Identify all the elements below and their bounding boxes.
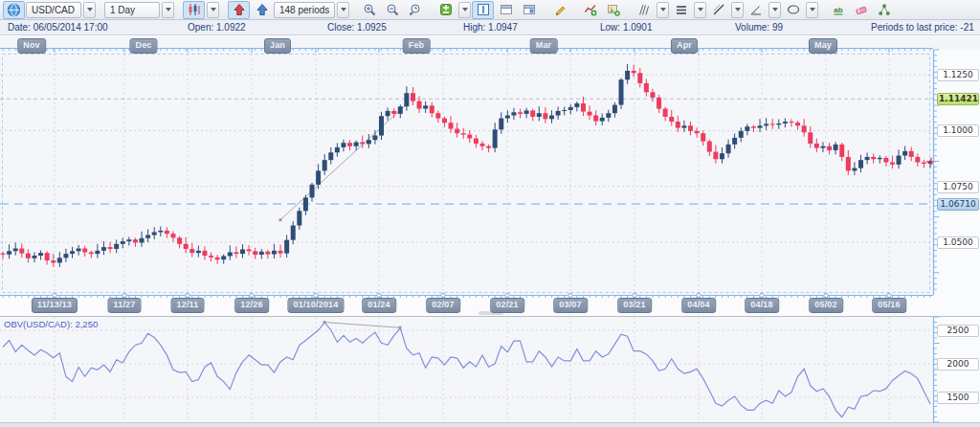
ellipse-tool-arrow[interactable] [806,2,818,18]
chart-canvas[interactable] [0,36,980,427]
ellipse-tool-button[interactable] [782,1,804,19]
info-volume: Volume: 99 [735,22,871,33]
chart-plus-icon [584,3,597,16]
globe-icon [7,3,21,17]
chevron-down-icon [772,8,778,11]
pitchfork-tool-arrow[interactable] [657,2,669,18]
info-low: Low: 1.0901 [600,22,735,33]
trendline-icon [712,3,725,16]
indicators-button[interactable]: I [472,1,494,19]
pitchfork-icon [637,3,651,16]
horizontal-lines-icon [675,3,688,16]
pencil-icon [553,3,567,16]
hline-tool-button[interactable] [670,1,692,19]
periods-value: 148 periods [279,5,329,15]
info-periods-to-last-price: Periods to last price: -21 [871,22,974,33]
chevron-down-icon [166,8,171,11]
red-up-arrow-icon [233,3,246,16]
text-abc-icon: ab [832,3,845,16]
add-remove-series-button[interactable] [434,1,457,19]
info-high: High: 1.0947 [463,22,600,33]
info-date: Date: 06/05/2014 17:00 [8,22,188,33]
chevron-down-icon [735,8,741,11]
add-image-button[interactable] [602,1,624,19]
object-tree-button[interactable] [873,1,895,19]
trendline-tool-button[interactable] [707,1,729,19]
add-remove-series-arrow[interactable] [458,2,471,18]
text-tool-button[interactable]: ab [827,1,849,19]
blue-up-arrow-icon [256,3,269,16]
window-icon [500,3,513,16]
symbol-select-arrow[interactable] [83,2,96,18]
periods-select[interactable]: 148 periods [274,2,335,18]
draw-pencil-button[interactable] [548,1,570,19]
candlestick-chart-icon [188,3,201,16]
image-plus-icon [607,3,620,16]
info-open: Open: 1.0922 [188,22,327,33]
toolbar: USD/CAD 1 Day 148 per [0,0,980,20]
window-dock-icon [523,3,536,16]
chart-type-arrow[interactable] [207,2,219,18]
angle-tool-button[interactable] [745,1,767,19]
eraser-icon [855,3,868,16]
zoom-out-button[interactable] [381,1,403,19]
chevron-down-icon [341,8,346,11]
trendline-tool-arrow[interactable] [731,2,744,18]
ohlc-infobar: Date: 06/05/2014 17:00 Open: 1.0922 Clos… [0,20,980,35]
angle-tool-arrow[interactable] [768,2,781,18]
symbol-select[interactable]: USD/CAD [26,2,81,18]
trading-app-window: USD/CAD 1 Day 148 per [0,0,980,427]
chevron-down-icon [660,8,666,11]
hline-tool-arrow[interactable] [694,2,706,18]
panel-splitter-handle[interactable] [479,311,503,315]
zoom-range-button[interactable] [404,1,426,19]
svg-text:I: I [481,5,484,15]
timeframe-select-arrow[interactable] [162,2,174,18]
scroll-left-button[interactable] [228,1,250,19]
hierarchy-tree-icon [878,3,891,16]
eraser-tool-button[interactable] [850,1,872,19]
chevron-down-icon [462,8,468,11]
svg-text:ab: ab [834,6,842,14]
chevron-down-icon [698,8,703,11]
zoom-range-icon [409,3,422,16]
indicator-i-icon: I [477,3,490,16]
scroll-right-button[interactable] [251,1,273,19]
ellipse-icon [787,3,800,16]
dock-panel-button[interactable] [518,1,540,19]
chevron-down-icon [810,8,815,11]
add-chart-button[interactable] [579,1,601,19]
green-plus-minus-icon [439,3,453,16]
chart-type-button[interactable] [183,1,205,19]
zoom-in-icon [363,3,376,16]
chevron-down-icon [87,8,93,11]
pitchfork-tool-button[interactable] [633,1,655,19]
info-close: Close: 1.0925 [327,22,463,33]
periods-select-arrow[interactable] [337,2,349,18]
zoom-in-button[interactable] [358,1,380,19]
chevron-down-icon [211,8,216,11]
timeframe-select[interactable]: 1 Day [104,2,160,18]
globe-button[interactable] [3,1,25,19]
angle-icon [749,3,763,16]
new-panel-button[interactable] [495,1,517,19]
timeframe-value: 1 Day [110,5,154,15]
zoom-out-icon [386,3,399,16]
symbol-value: USD/CAD [32,5,76,15]
